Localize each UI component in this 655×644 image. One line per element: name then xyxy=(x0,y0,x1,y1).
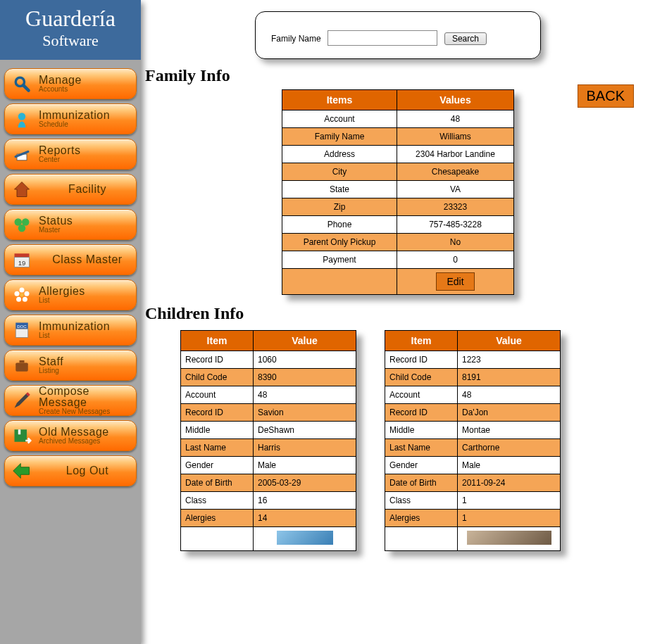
table-header: Value xyxy=(458,331,561,351)
facility-icon xyxy=(9,177,35,202)
table-header: Item xyxy=(385,331,458,351)
cell-value: Montae xyxy=(458,422,561,439)
table-row: Class1 xyxy=(385,492,561,510)
child-info-table: ItemValueRecord ID1223Child Code8191Acco… xyxy=(385,330,561,551)
cell-item: Record ID xyxy=(181,404,254,422)
sidebar-item-sub: Master xyxy=(39,227,136,234)
sidebar-item-sub: Listing xyxy=(39,367,136,374)
cell-item: Last Name xyxy=(181,439,254,457)
cell-item: Child Code xyxy=(181,369,254,386)
cell-item: Phone xyxy=(282,216,397,234)
search-label: Family Name xyxy=(271,34,321,44)
family-info-table: ItemsValuesAccount48Family NameWilliamsA… xyxy=(282,89,514,295)
cell-value: Male xyxy=(254,457,356,474)
table-row xyxy=(181,527,356,551)
sidebar-item-compose[interactable]: Compose MessageCreate New Messages xyxy=(4,385,137,416)
brand-logo: Guardería Software xyxy=(0,0,141,60)
cell-value: 48 xyxy=(397,111,514,128)
svg-point-4 xyxy=(15,218,23,226)
cell-item: Middle xyxy=(385,422,458,439)
table-row: Account48 xyxy=(385,386,561,404)
sidebar-item-title: Manage xyxy=(39,75,136,86)
sidebar-item-status[interactable]: StatusMaster xyxy=(4,209,137,240)
sidebar-item-reports[interactable]: ReportsCenter xyxy=(4,139,137,170)
family-name-input[interactable] xyxy=(328,30,437,46)
brand-line1: Guardería xyxy=(0,6,141,32)
cell-value: 16 xyxy=(254,492,356,510)
sidebar-item-staff[interactable]: StaffListing xyxy=(4,350,137,381)
cell-value: 8390 xyxy=(254,369,356,386)
child-card: ItemValueRecord ID1060Child Code8390Acco… xyxy=(180,330,356,551)
table-header: Items xyxy=(282,90,397,111)
children-info-heading: Children Info xyxy=(145,304,651,323)
sidebar-item-old-msg[interactable]: Old MessageArchived Messages xyxy=(4,420,137,451)
cell-item: Child Code xyxy=(385,369,458,386)
class-master-icon: 19 xyxy=(9,247,35,272)
reports-icon xyxy=(9,141,35,167)
cell-item: State xyxy=(282,181,397,198)
table-row: Address2304 Harbor Landine xyxy=(282,146,514,163)
back-button[interactable]: BACK xyxy=(578,84,634,108)
cell-item: Account xyxy=(282,111,397,128)
cell-value: 757-485-3228 xyxy=(397,216,514,234)
cell-item: Last Name xyxy=(385,439,458,457)
svg-rect-7 xyxy=(15,253,30,257)
sidebar-item-allergies[interactable]: AllergiesList xyxy=(4,279,137,310)
brand-line2: Software xyxy=(0,32,141,50)
table-row: Last NameHarris xyxy=(181,439,356,457)
svg-point-14 xyxy=(23,297,27,302)
table-row: Account48 xyxy=(282,111,514,128)
svg-text:19: 19 xyxy=(18,259,26,267)
edit-button[interactable]: Edit xyxy=(436,272,474,291)
cell-value: 0 xyxy=(397,251,514,269)
table-header: Value xyxy=(254,331,356,351)
sidebar-item-facility[interactable]: Facility xyxy=(4,174,137,205)
sidebar-item-class-master[interactable]: 19Class Master xyxy=(4,244,137,275)
sidebar-item-title: Compose Message xyxy=(39,386,136,408)
svg-point-5 xyxy=(22,218,30,226)
table-row: MiddleDeShawn xyxy=(181,422,356,439)
cell-value: Williams xyxy=(397,128,514,146)
table-row xyxy=(385,527,561,551)
table-row: Record IDSavion xyxy=(181,404,356,422)
sidebar-item-logout[interactable]: Log Out xyxy=(4,455,137,486)
table-row: Child Code8191 xyxy=(385,369,561,386)
table-row: Account48 xyxy=(181,386,356,404)
cell-item: Class xyxy=(385,492,458,510)
cell-item: Zip xyxy=(282,198,397,216)
table-row: Family NameWilliams xyxy=(282,128,514,146)
sidebar-item-sub: Archived Messages xyxy=(39,438,136,445)
sidebar-item-manage[interactable]: ManageAccounts xyxy=(4,68,137,99)
cell-value: 2005-03-29 xyxy=(254,474,356,492)
svg-rect-22 xyxy=(18,429,21,434)
table-row: Date of Birth2011-09-24 xyxy=(385,474,561,492)
cell-value: Harris xyxy=(254,439,356,457)
cell-item: Middle xyxy=(181,422,254,439)
search-button[interactable]: Search xyxy=(444,32,487,45)
svg-rect-20 xyxy=(20,360,25,363)
sidebar-item-sub: List xyxy=(39,332,136,339)
sidebar-item-title: Immunization xyxy=(39,321,136,332)
child-card: ItemValueRecord ID1223Child Code8191Acco… xyxy=(385,330,561,551)
svg-point-12 xyxy=(25,291,30,296)
svg-point-11 xyxy=(15,291,20,296)
svg-rect-18 xyxy=(15,329,28,337)
table-row: Record ID1060 xyxy=(181,351,356,369)
cell-item: Gender xyxy=(181,457,254,474)
sidebar-item-title: Allergies xyxy=(39,286,136,297)
cell-item: City xyxy=(282,163,397,181)
sidebar-item-title: Reports xyxy=(39,145,136,156)
table-row: Phone757-485-3228 xyxy=(282,216,514,234)
sidebar-item-sub: Center xyxy=(39,156,136,163)
svg-point-15 xyxy=(20,293,23,296)
cell-value: Chesapeake xyxy=(397,163,514,181)
sidebar-item-immun-list[interactable]: DOCImmunizationList xyxy=(4,315,137,346)
sidebar-item-immun-sched[interactable]: ImmunizationSchedule xyxy=(4,103,137,134)
table-row: CityChesapeake xyxy=(282,163,514,181)
cell-value: 1 xyxy=(458,510,561,527)
main-content: Family Name Search BACK Family Info Item… xyxy=(141,0,655,644)
table-row: Alergies14 xyxy=(181,510,356,527)
table-row: Last NameCarthorne xyxy=(385,439,561,457)
sidebar-item-title: Staff xyxy=(39,356,136,367)
cell-value: Carthorne xyxy=(458,439,561,457)
